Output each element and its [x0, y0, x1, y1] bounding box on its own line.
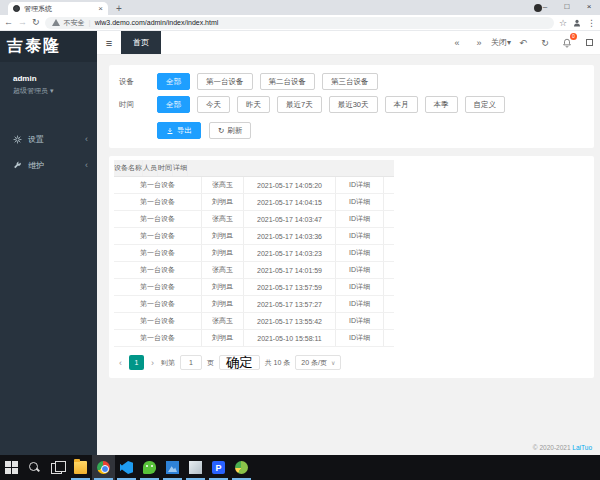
cell-time: 2021-05-17 14:04:15 — [244, 194, 336, 210]
cell-detail-link[interactable]: ID详细 — [336, 330, 384, 346]
cell-device-name: 第一台设备 — [114, 194, 202, 210]
page-number-button[interactable]: 1 — [129, 355, 144, 370]
start-button[interactable] — [0, 455, 23, 480]
cell-detail-link[interactable]: ID详细 — [336, 177, 384, 193]
time-filter-button[interactable]: 自定义 — [465, 96, 506, 113]
browser-tab-strip: 管理系统 × + – □ × — [0, 0, 600, 15]
sidebar-item-label: 设置 — [28, 134, 44, 145]
cell-person: 张高玉 — [202, 177, 244, 193]
photos-icon[interactable] — [161, 455, 184, 480]
table-row[interactable]: 第一台设备 刘明旦 2021-05-17 14:03:36 ID详细 — [114, 228, 394, 245]
refresh-button[interactable]: ↻ 刷新 — [209, 122, 251, 139]
table-row[interactable]: 第一台设备 张高玉 2021-05-17 14:01:59 ID详细 — [114, 262, 394, 279]
3d-viewer-icon[interactable] — [184, 455, 207, 480]
pycharm-icon[interactable] — [207, 455, 230, 480]
prev-page-icon[interactable]: ‹ — [117, 358, 124, 368]
file-explorer-icon[interactable] — [69, 455, 92, 480]
cell-detail-link[interactable]: ID详细 — [336, 313, 384, 329]
tab-close-icon[interactable]: × — [98, 5, 103, 13]
cell-time: 2021-05-17 14:03:23 — [244, 245, 336, 261]
tab-home[interactable]: 首页 — [121, 31, 161, 54]
undo-icon[interactable]: ↶ — [512, 31, 534, 55]
cell-time: 2021-05-17 13:55:42 — [244, 313, 336, 329]
time-filter-button[interactable]: 本季 — [425, 96, 458, 113]
time-filter-button[interactable]: 全部 — [157, 96, 190, 113]
hamburger-menu-icon[interactable]: ≡ — [97, 31, 121, 54]
wechat-icon[interactable] — [138, 455, 161, 480]
time-filter-button[interactable]: 本月 — [385, 96, 418, 113]
brand-link[interactable]: LaiTuo — [572, 444, 592, 451]
gear-icon — [13, 135, 22, 144]
forward-icon[interactable]: → — [18, 18, 27, 27]
back-icon[interactable]: ← — [4, 18, 13, 27]
cell-detail-link[interactable]: ID详细 — [336, 228, 384, 244]
device-filter-button[interactable]: 第一台设备 — [197, 73, 253, 90]
cell-device-name: 第一台设备 — [114, 296, 202, 312]
bookmark-star-icon[interactable]: ☆ — [559, 18, 567, 28]
window-close-button[interactable]: × — [578, 0, 600, 14]
scroll-tabs-left-icon[interactable]: « — [446, 31, 468, 55]
cell-detail-link[interactable]: ID详细 — [336, 262, 384, 278]
cell-person: 刘明旦 — [202, 296, 244, 312]
time-filter-button[interactable]: 今天 — [197, 96, 230, 113]
window-controls: – □ × — [534, 0, 600, 14]
table-row[interactable]: 第一台设备 刘明旦 2021-05-17 13:57:59 ID详细 — [114, 279, 394, 296]
refresh-icon: ↻ — [218, 126, 224, 135]
scroll-tabs-right-icon[interactable]: » — [468, 31, 490, 55]
sidebar-item-settings[interactable]: 设置 ‹ — [0, 126, 97, 152]
not-secure-warning-icon[interactable] — [52, 19, 60, 26]
per-page-select[interactable]: 20 条/页 ∨ — [295, 355, 341, 370]
cell-device-name: 第一台设备 — [114, 228, 202, 244]
table-header-cell: 人员 — [143, 160, 158, 176]
time-filter-button[interactable]: 昨天 — [237, 96, 270, 113]
app-logo: 吉泰隆 — [0, 31, 97, 62]
page-refresh-icon[interactable]: ↻ — [534, 31, 556, 55]
cell-detail-link[interactable]: ID详细 — [336, 245, 384, 261]
browser-avatar-icon[interactable] — [572, 18, 582, 28]
table-row[interactable]: 第一台设备 刘明旦 2021-05-17 14:04:15 ID详细 — [114, 194, 394, 211]
search-icon[interactable] — [23, 455, 46, 480]
table-row[interactable]: 第一台设备 刘明旦 2021-05-17 14:03:23 ID详细 — [114, 245, 394, 262]
task-view-icon[interactable] — [46, 455, 69, 480]
notification-badge: 0 — [570, 33, 577, 40]
export-button[interactable]: 导出 — [157, 122, 201, 139]
maximize-button[interactable]: □ — [556, 0, 578, 14]
cell-time: 2021-05-10 15:58:11 — [244, 330, 336, 346]
cell-detail-link[interactable]: ID详细 — [336, 211, 384, 227]
table-row[interactable]: 第一台设备 刘明旦 2021-05-17 13:57:27 ID详细 — [114, 296, 394, 313]
chrome-icon[interactable] — [92, 455, 115, 480]
wrench-icon — [13, 161, 22, 170]
table-row[interactable]: 第一台设备 张高玉 2021-05-17 13:55:42 ID详细 — [114, 313, 394, 330]
green-app-icon[interactable] — [230, 455, 253, 480]
notification-bell-icon[interactable]: 0 — [556, 31, 578, 55]
user-role-dropdown[interactable]: 超级管理员 ▾ — [13, 86, 97, 96]
url-text[interactable]: wlw3.demo.com/admin/index/index.html — [95, 19, 219, 26]
time-filter-button[interactable]: 最近30天 — [329, 96, 378, 113]
browser-tab[interactable]: 管理系统 × — [8, 2, 108, 15]
table-row[interactable]: 第一台设备 张高玉 2021-05-17 14:05:20 ID详细 — [114, 177, 394, 194]
goto-page-input[interactable] — [180, 355, 202, 370]
new-tab-button[interactable]: + — [116, 2, 122, 15]
not-secure-label[interactable]: 不安全 — [64, 18, 85, 28]
device-filter-button[interactable]: 第三台设备 — [322, 73, 378, 90]
time-filter-button[interactable]: 最近7天 — [277, 96, 322, 113]
confirm-page-button[interactable]: 确定 — [219, 355, 260, 370]
table-row[interactable]: 第一台设备 张高玉 2021-05-17 14:03:47 ID详细 — [114, 211, 394, 228]
minimize-button[interactable]: – — [534, 0, 556, 14]
admin-app: 吉泰隆 admin 超级管理员 ▾ 设置 ‹ 维护 ‹ — [0, 31, 600, 455]
table-row[interactable]: 第一台设备 刘明旦 2021-05-10 15:58:11 ID详细 — [114, 330, 394, 347]
reload-icon[interactable]: ↻ — [32, 18, 40, 27]
device-filter-button[interactable]: 第二台设备 — [260, 73, 316, 90]
next-page-icon[interactable]: › — [149, 358, 156, 368]
device-filter-button[interactable]: 全部 — [157, 73, 190, 90]
sidebar-item-maintenance[interactable]: 维护 ‹ — [0, 152, 97, 178]
cell-person: 刘明旦 — [202, 228, 244, 244]
cell-detail-link[interactable]: ID详细 — [336, 194, 384, 210]
cell-detail-link[interactable]: ID详细 — [336, 279, 384, 295]
browser-menu-icon[interactable]: ⋮ — [587, 18, 596, 28]
url-input[interactable]: 不安全 | wlw3.demo.com/admin/index/index.ht… — [45, 17, 554, 29]
vscode-icon[interactable] — [115, 455, 138, 480]
cell-detail-link[interactable]: ID详细 — [336, 296, 384, 312]
fullscreen-icon[interactable] — [578, 31, 600, 55]
close-tabs-dropdown[interactable]: 关闭▾ — [490, 31, 512, 55]
